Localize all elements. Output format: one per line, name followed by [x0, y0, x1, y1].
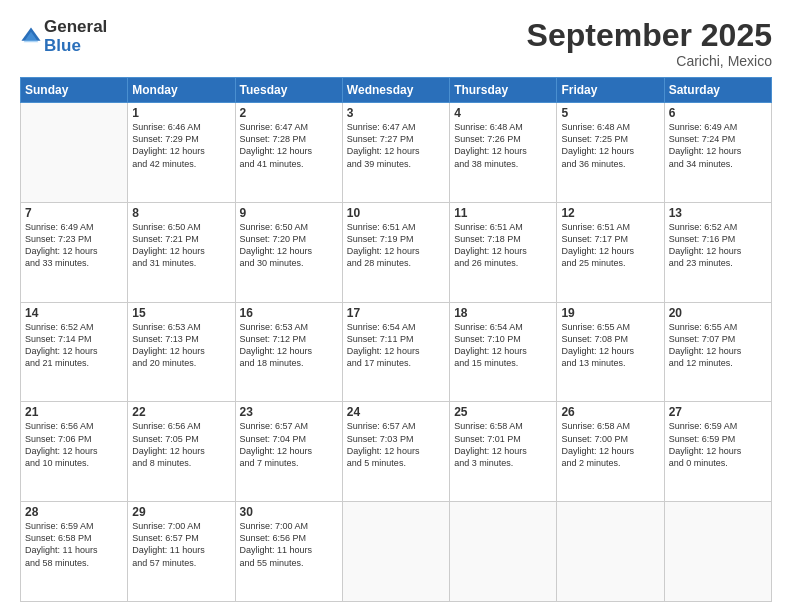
day-number: 16 — [240, 306, 338, 320]
calendar-cell: 13Sunrise: 6:52 AM Sunset: 7:16 PM Dayli… — [664, 202, 771, 302]
cell-info: Sunrise: 6:54 AM Sunset: 7:10 PM Dayligh… — [454, 321, 552, 370]
cell-info: Sunrise: 6:48 AM Sunset: 7:25 PM Dayligh… — [561, 121, 659, 170]
calendar-week-3: 14Sunrise: 6:52 AM Sunset: 7:14 PM Dayli… — [21, 302, 772, 402]
cell-info: Sunrise: 6:59 AM Sunset: 6:59 PM Dayligh… — [669, 420, 767, 469]
col-monday: Monday — [128, 78, 235, 103]
calendar-cell: 19Sunrise: 6:55 AM Sunset: 7:08 PM Dayli… — [557, 302, 664, 402]
calendar-cell: 22Sunrise: 6:56 AM Sunset: 7:05 PM Dayli… — [128, 402, 235, 502]
header-row: Sunday Monday Tuesday Wednesday Thursday… — [21, 78, 772, 103]
cell-info: Sunrise: 7:00 AM Sunset: 6:56 PM Dayligh… — [240, 520, 338, 569]
day-number: 8 — [132, 206, 230, 220]
calendar-cell: 16Sunrise: 6:53 AM Sunset: 7:12 PM Dayli… — [235, 302, 342, 402]
day-number: 20 — [669, 306, 767, 320]
cell-info: Sunrise: 6:53 AM Sunset: 7:13 PM Dayligh… — [132, 321, 230, 370]
day-number: 28 — [25, 505, 123, 519]
cell-info: Sunrise: 6:57 AM Sunset: 7:04 PM Dayligh… — [240, 420, 338, 469]
cell-info: Sunrise: 6:52 AM Sunset: 7:14 PM Dayligh… — [25, 321, 123, 370]
month-title: September 2025 — [527, 18, 772, 53]
cell-info: Sunrise: 6:53 AM Sunset: 7:12 PM Dayligh… — [240, 321, 338, 370]
calendar-cell: 10Sunrise: 6:51 AM Sunset: 7:19 PM Dayli… — [342, 202, 449, 302]
day-number: 17 — [347, 306, 445, 320]
calendar-cell — [557, 502, 664, 602]
day-number: 15 — [132, 306, 230, 320]
calendar-cell: 24Sunrise: 6:57 AM Sunset: 7:03 PM Dayli… — [342, 402, 449, 502]
calendar-cell: 15Sunrise: 6:53 AM Sunset: 7:13 PM Dayli… — [128, 302, 235, 402]
calendar-cell: 18Sunrise: 6:54 AM Sunset: 7:10 PM Dayli… — [450, 302, 557, 402]
calendar-cell: 27Sunrise: 6:59 AM Sunset: 6:59 PM Dayli… — [664, 402, 771, 502]
cell-info: Sunrise: 6:58 AM Sunset: 7:01 PM Dayligh… — [454, 420, 552, 469]
calendar-cell: 26Sunrise: 6:58 AM Sunset: 7:00 PM Dayli… — [557, 402, 664, 502]
logo-blue: Blue — [44, 37, 107, 56]
cell-info: Sunrise: 6:55 AM Sunset: 7:08 PM Dayligh… — [561, 321, 659, 370]
day-number: 12 — [561, 206, 659, 220]
day-number: 4 — [454, 106, 552, 120]
calendar-cell: 3Sunrise: 6:47 AM Sunset: 7:27 PM Daylig… — [342, 103, 449, 203]
day-number: 2 — [240, 106, 338, 120]
calendar-week-2: 7Sunrise: 6:49 AM Sunset: 7:23 PM Daylig… — [21, 202, 772, 302]
cell-info: Sunrise: 6:51 AM Sunset: 7:19 PM Dayligh… — [347, 221, 445, 270]
day-number: 21 — [25, 405, 123, 419]
title-section: September 2025 Carichi, Mexico — [527, 18, 772, 69]
calendar-cell: 17Sunrise: 6:54 AM Sunset: 7:11 PM Dayli… — [342, 302, 449, 402]
cell-info: Sunrise: 6:56 AM Sunset: 7:05 PM Dayligh… — [132, 420, 230, 469]
day-number: 6 — [669, 106, 767, 120]
calendar-cell: 7Sunrise: 6:49 AM Sunset: 7:23 PM Daylig… — [21, 202, 128, 302]
cell-info: Sunrise: 6:59 AM Sunset: 6:58 PM Dayligh… — [25, 520, 123, 569]
day-number: 30 — [240, 505, 338, 519]
cell-info: Sunrise: 6:56 AM Sunset: 7:06 PM Dayligh… — [25, 420, 123, 469]
cell-info: Sunrise: 6:49 AM Sunset: 7:23 PM Dayligh… — [25, 221, 123, 270]
day-number: 25 — [454, 405, 552, 419]
day-number: 18 — [454, 306, 552, 320]
day-number: 23 — [240, 405, 338, 419]
col-tuesday: Tuesday — [235, 78, 342, 103]
calendar-cell — [664, 502, 771, 602]
day-number: 27 — [669, 405, 767, 419]
calendar-cell: 11Sunrise: 6:51 AM Sunset: 7:18 PM Dayli… — [450, 202, 557, 302]
day-number: 29 — [132, 505, 230, 519]
calendar-cell: 6Sunrise: 6:49 AM Sunset: 7:24 PM Daylig… — [664, 103, 771, 203]
calendar-cell: 8Sunrise: 6:50 AM Sunset: 7:21 PM Daylig… — [128, 202, 235, 302]
logo-text: General Blue — [44, 18, 107, 55]
calendar-cell — [21, 103, 128, 203]
cell-info: Sunrise: 6:46 AM Sunset: 7:29 PM Dayligh… — [132, 121, 230, 170]
calendar-week-4: 21Sunrise: 6:56 AM Sunset: 7:06 PM Dayli… — [21, 402, 772, 502]
calendar-cell: 1Sunrise: 6:46 AM Sunset: 7:29 PM Daylig… — [128, 103, 235, 203]
day-number: 3 — [347, 106, 445, 120]
calendar-body: 1Sunrise: 6:46 AM Sunset: 7:29 PM Daylig… — [21, 103, 772, 602]
calendar-header: Sunday Monday Tuesday Wednesday Thursday… — [21, 78, 772, 103]
col-wednesday: Wednesday — [342, 78, 449, 103]
calendar-cell: 21Sunrise: 6:56 AM Sunset: 7:06 PM Dayli… — [21, 402, 128, 502]
location: Carichi, Mexico — [527, 53, 772, 69]
calendar-cell: 29Sunrise: 7:00 AM Sunset: 6:57 PM Dayli… — [128, 502, 235, 602]
cell-info: Sunrise: 6:50 AM Sunset: 7:20 PM Dayligh… — [240, 221, 338, 270]
calendar-cell: 4Sunrise: 6:48 AM Sunset: 7:26 PM Daylig… — [450, 103, 557, 203]
calendar-week-5: 28Sunrise: 6:59 AM Sunset: 6:58 PM Dayli… — [21, 502, 772, 602]
cell-info: Sunrise: 6:58 AM Sunset: 7:00 PM Dayligh… — [561, 420, 659, 469]
day-number: 19 — [561, 306, 659, 320]
cell-info: Sunrise: 6:49 AM Sunset: 7:24 PM Dayligh… — [669, 121, 767, 170]
cell-info: Sunrise: 6:48 AM Sunset: 7:26 PM Dayligh… — [454, 121, 552, 170]
calendar-cell: 25Sunrise: 6:58 AM Sunset: 7:01 PM Dayli… — [450, 402, 557, 502]
col-thursday: Thursday — [450, 78, 557, 103]
day-number: 7 — [25, 206, 123, 220]
cell-info: Sunrise: 6:51 AM Sunset: 7:18 PM Dayligh… — [454, 221, 552, 270]
cell-info: Sunrise: 6:52 AM Sunset: 7:16 PM Dayligh… — [669, 221, 767, 270]
day-number: 22 — [132, 405, 230, 419]
calendar-cell: 30Sunrise: 7:00 AM Sunset: 6:56 PM Dayli… — [235, 502, 342, 602]
calendar-cell: 14Sunrise: 6:52 AM Sunset: 7:14 PM Dayli… — [21, 302, 128, 402]
cell-info: Sunrise: 6:47 AM Sunset: 7:28 PM Dayligh… — [240, 121, 338, 170]
header: General Blue September 2025 Carichi, Mex… — [20, 18, 772, 69]
cell-info: Sunrise: 6:57 AM Sunset: 7:03 PM Dayligh… — [347, 420, 445, 469]
calendar-cell: 12Sunrise: 6:51 AM Sunset: 7:17 PM Dayli… — [557, 202, 664, 302]
day-number: 1 — [132, 106, 230, 120]
calendar-table: Sunday Monday Tuesday Wednesday Thursday… — [20, 77, 772, 602]
day-number: 5 — [561, 106, 659, 120]
cell-info: Sunrise: 6:54 AM Sunset: 7:11 PM Dayligh… — [347, 321, 445, 370]
day-number: 10 — [347, 206, 445, 220]
col-sunday: Sunday — [21, 78, 128, 103]
cell-info: Sunrise: 6:47 AM Sunset: 7:27 PM Dayligh… — [347, 121, 445, 170]
col-friday: Friday — [557, 78, 664, 103]
day-number: 14 — [25, 306, 123, 320]
page: General Blue September 2025 Carichi, Mex… — [0, 0, 792, 612]
logo-icon — [20, 26, 42, 48]
